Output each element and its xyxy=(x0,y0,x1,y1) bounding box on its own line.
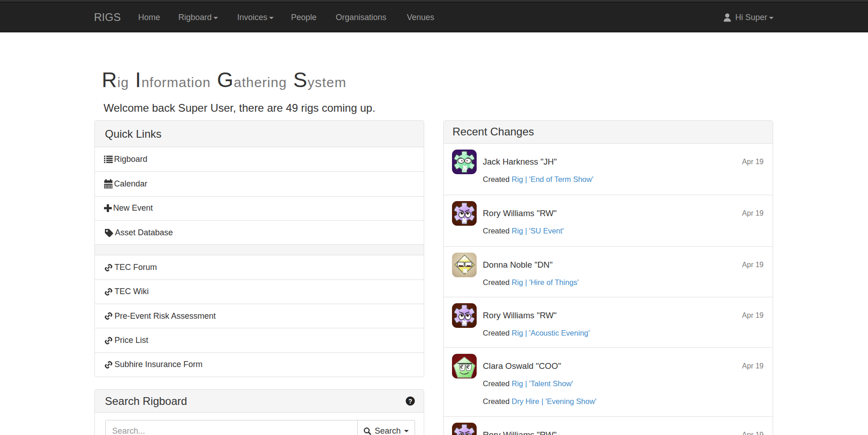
svg-text:?: ? xyxy=(408,398,412,405)
